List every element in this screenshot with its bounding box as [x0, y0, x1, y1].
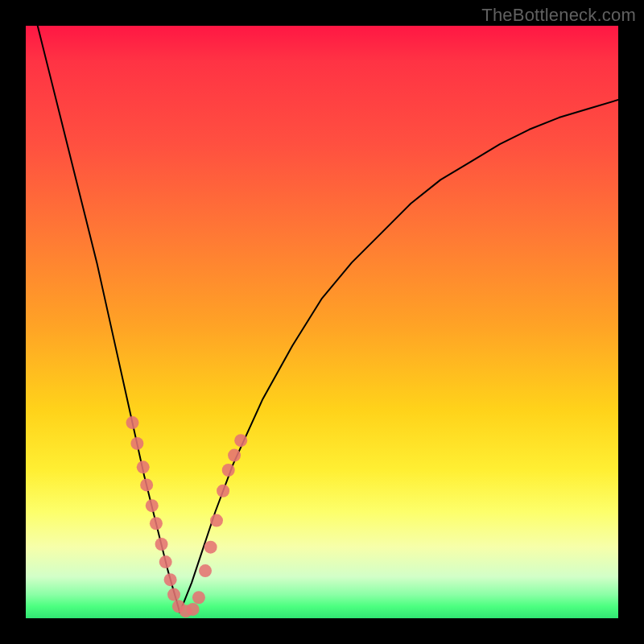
chart-container: TheBottleneck.com [0, 0, 644, 644]
plot-area [26, 26, 618, 618]
data-point [167, 588, 180, 601]
data-point [146, 499, 159, 512]
data-point [126, 416, 138, 429]
data-point [187, 603, 200, 616]
data-point [155, 538, 168, 551]
data-point [204, 541, 217, 554]
data-point [222, 464, 235, 477]
data-point [164, 573, 177, 586]
data-point [192, 591, 205, 604]
data-point [217, 485, 229, 497]
data-point [137, 460, 150, 473]
data-point-markers [126, 416, 247, 617]
chart-svg [26, 26, 618, 618]
curve-right-branch [180, 100, 618, 613]
data-point [199, 564, 212, 577]
data-point [228, 449, 241, 462]
data-point [130, 437, 143, 450]
data-point [159, 555, 172, 568]
data-point [140, 478, 153, 491]
data-point [234, 434, 247, 447]
watermark-text: TheBottleneck.com [481, 5, 636, 26]
data-point [150, 517, 163, 530]
data-point [210, 514, 223, 527]
